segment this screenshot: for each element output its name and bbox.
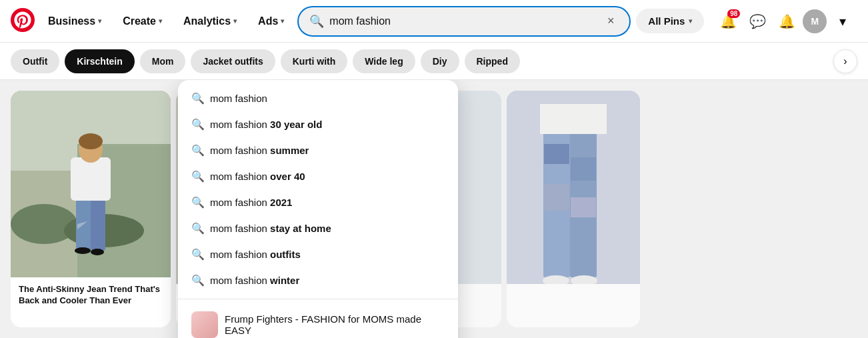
alert-icon: 🔔	[779, 13, 795, 29]
chevron-down-icon: ▾	[233, 17, 237, 25]
svg-rect-26	[544, 144, 569, 164]
pin-image-svg	[11, 91, 171, 277]
main-content: The Anti-Skinny Jean Trend That's Back a…	[0, 80, 868, 338]
notification-badge: 98	[727, 9, 740, 18]
chevron-down-icon: ▾	[689, 17, 692, 25]
nav-analytics-label: Analytics	[183, 15, 231, 27]
chevron-down-icon: ▾	[98, 17, 101, 25]
suggestion-text: mom fashion 2021	[210, 197, 292, 208]
tag-kurti-with[interactable]: Kurti with	[281, 49, 348, 73]
nav-ads[interactable]: Ads ▾	[250, 10, 292, 33]
board-item[interactable]: Frump Fighters - FASHION for MOMS made E…	[178, 305, 458, 338]
search-icon: 🔍	[309, 14, 324, 29]
suggestion-text: mom fashion	[210, 93, 267, 104]
expand-button[interactable]: ▾	[829, 8, 856, 35]
tag-mom[interactable]: Mom	[140, 49, 186, 73]
svg-rect-8	[71, 157, 111, 201]
tag-kirschtein[interactable]: Kirschtein	[65, 49, 134, 73]
suggestion-item[interactable]: 🔍 mom fashion summer	[178, 137, 458, 163]
header-actions: 🔔 98 💬 🔔 M ▾	[715, 8, 856, 35]
suggestion-item[interactable]: 🔍 mom fashion over 40	[178, 163, 458, 189]
pin-card	[507, 91, 640, 327]
search-icon: 🔍	[191, 92, 205, 105]
all-pins-label: All Pins	[648, 15, 685, 27]
nav-analytics[interactable]: Analytics ▾	[175, 10, 245, 33]
search-icon: 🔍	[191, 144, 205, 157]
pinterest-logo[interactable]	[11, 8, 35, 35]
chevron-down-icon: ▾	[159, 17, 162, 25]
tag-wide-leg[interactable]: Wide leg	[353, 49, 415, 73]
search-input[interactable]	[329, 15, 597, 27]
all-pins-button[interactable]: All Pins ▾	[636, 9, 704, 33]
messages-button[interactable]: 💬	[744, 8, 771, 35]
svg-point-4	[11, 204, 77, 244]
chevron-down-icon: ▾	[839, 13, 846, 29]
notifications-button[interactable]: 🔔 98	[715, 8, 741, 35]
suggestion-text: mom fashion stay at home	[210, 223, 331, 234]
search-container: 🔍 ×	[297, 6, 631, 37]
card-info: The Anti-Skinny Jean Trend That's Back a…	[11, 277, 171, 316]
nav-business[interactable]: Business ▾	[40, 10, 109, 33]
card-title: The Anti-Skinny Jean Trend That's Back a…	[19, 284, 163, 307]
suggestion-text: mom fashion winter	[210, 275, 299, 286]
nav-create-label: Create	[123, 15, 156, 27]
search-icon: 🔍	[191, 248, 205, 261]
search-icon: 🔍	[191, 196, 205, 209]
svg-rect-7	[91, 197, 105, 251]
message-icon: 💬	[749, 13, 766, 29]
pin-image	[507, 91, 640, 284]
nav-create[interactable]: Create ▾	[115, 10, 170, 33]
close-icon: ×	[607, 14, 615, 28]
alerts-button[interactable]: 🔔	[773, 8, 800, 35]
search-dropdown: 🔍 mom fashion 🔍 mom fashion 30 year old …	[178, 80, 458, 338]
suggestion-text: mom fashion over 40	[210, 171, 305, 182]
clear-search-button[interactable]: ×	[603, 13, 619, 29]
suggestion-item[interactable]: 🔍 mom fashion	[178, 85, 458, 111]
chevron-down-icon: ▾	[281, 17, 284, 25]
chevron-right-icon: ›	[843, 55, 847, 67]
svg-rect-29	[571, 197, 596, 217]
pin-card: The Anti-Skinny Jean Trend That's Back a…	[11, 91, 171, 327]
nav-ads-label: Ads	[258, 15, 278, 27]
search-icon: 🔍	[191, 118, 205, 131]
svg-rect-27	[544, 184, 569, 211]
suggestion-item[interactable]: 🔍 mom fashion winter	[178, 267, 458, 293]
suggestion-item[interactable]: 🔍 mom fashion 30 year old	[178, 111, 458, 137]
avatar-button[interactable]: M	[803, 9, 827, 33]
tags-bar: Outfit Kirschtein Mom Jacket outfits Kur…	[0, 43, 868, 80]
divider	[178, 299, 458, 299]
tag-outfit[interactable]: Outfit	[11, 49, 59, 73]
search-icon: 🔍	[191, 222, 205, 235]
suggestion-text: mom fashion outfits	[210, 249, 301, 260]
tags-next-button[interactable]: ›	[833, 49, 857, 73]
suggestion-text: mom fashion 30 year old	[210, 119, 322, 130]
tag-jacket-outfits[interactable]: Jacket outfits	[191, 49, 275, 73]
svg-point-10	[79, 133, 103, 149]
svg-point-12	[91, 249, 104, 255]
board-thumbnail	[191, 311, 218, 338]
search-wrapper: 🔍 ×	[297, 6, 631, 37]
search-icon: 🔍	[191, 170, 205, 183]
suggestion-item[interactable]: 🔍 mom fashion 2021	[178, 189, 458, 215]
search-icon: 🔍	[191, 274, 205, 287]
header: Business ▾ Create ▾ Analytics ▾ Ads ▾ 🔍 …	[0, 0, 868, 43]
suggestion-item[interactable]: 🔍 mom fashion outfits	[178, 241, 458, 267]
pin-image	[11, 91, 171, 277]
suggestion-text: mom fashion summer	[210, 145, 309, 156]
pin-image-svg	[507, 91, 640, 284]
tag-diy[interactable]: Diy	[421, 49, 459, 73]
svg-rect-28	[571, 157, 596, 181]
svg-point-11	[75, 247, 91, 254]
avatar-letter: M	[811, 16, 819, 27]
nav-business-label: Business	[48, 15, 95, 27]
board-name: Frump Fighters - FASHION for MOMS made E…	[225, 313, 445, 336]
svg-rect-30	[540, 104, 607, 134]
tag-ripped[interactable]: Ripped	[465, 49, 520, 73]
suggestion-item[interactable]: 🔍 mom fashion stay at home	[178, 215, 458, 241]
